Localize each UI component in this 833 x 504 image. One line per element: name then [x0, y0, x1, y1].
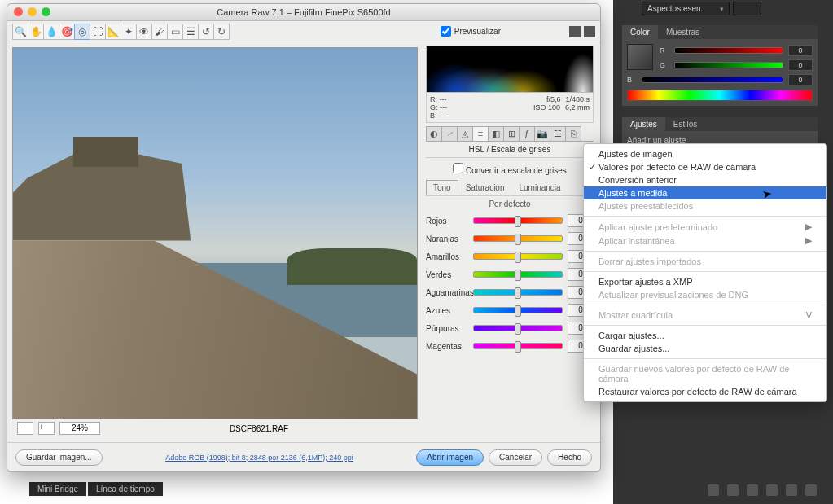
rotate-cw-icon[interactable]: ↻ — [213, 24, 230, 40]
tab-hsl-icon[interactable]: ≡ — [472, 126, 489, 141]
menu-cargar-ajustes[interactable]: Cargar ajustes... — [584, 329, 826, 342]
red-eye-tool-icon[interactable]: 👁 — [136, 24, 152, 40]
subtab-luminancia[interactable]: Luminancia — [512, 180, 568, 195]
slider-thumb[interactable] — [515, 287, 521, 299]
tab-curve-icon[interactable]: ⟋ — [441, 126, 458, 141]
tab-linea-tiempo[interactable]: Línea de tiempo — [88, 482, 163, 496]
slider-row-rojos: Rojos0 — [426, 212, 594, 230]
tab-camera-icon[interactable]: 📷 — [534, 126, 550, 141]
workspace-selector[interactable]: Aspectos esen. — [642, 2, 730, 15]
slider-thumb[interactable] — [515, 234, 521, 245]
tab-muestras[interactable]: Muestras — [658, 25, 708, 39]
tab-fx-icon[interactable]: ƒ — [519, 126, 535, 141]
footer-icon-6[interactable] — [805, 484, 817, 496]
slider-thumb[interactable] — [515, 341, 521, 353]
footer-icon-1[interactable] — [708, 484, 719, 496]
slider-label: Aguamarinas — [426, 288, 473, 297]
tab-split-icon[interactable]: ◧ — [488, 126, 504, 141]
crop-tool-icon[interactable]: ⛶ — [90, 24, 106, 40]
histogram[interactable] — [426, 46, 594, 93]
minimize-icon[interactable] — [28, 7, 37, 16]
g-value[interactable]: 0 — [788, 59, 813, 71]
slider-thumb[interactable] — [515, 270, 521, 281]
r-slider[interactable] — [674, 47, 783, 54]
slider-thumb[interactable] — [515, 252, 521, 263]
rotate-ccw-icon[interactable]: ↺ — [198, 24, 214, 40]
slider-track[interactable] — [473, 253, 563, 260]
b-slider[interactable] — [642, 77, 783, 83]
tab-ajustes[interactable]: Ajustes — [622, 117, 665, 131]
footer-icon-5[interactable] — [786, 484, 797, 496]
zoom-in-button[interactable]: + — [38, 422, 55, 435]
menu-restaurar-defecto[interactable]: Restaurar valores por defecto de RAW de … — [584, 385, 826, 398]
tab-lens-icon[interactable]: ⊞ — [503, 126, 520, 141]
window-title: Camera Raw 7.1 – Fujifilm FinePix S6500f… — [7, 4, 600, 21]
zoom-tool-icon[interactable]: 🔍 — [12, 24, 28, 40]
highlight-clip-icon[interactable] — [584, 26, 595, 37]
zoom-level-select[interactable]: 24% — [59, 422, 100, 435]
panel-footer-icons — [708, 484, 817, 496]
zoom-icon[interactable] — [42, 7, 50, 16]
menu-ajustes-medida[interactable]: Ajustes a medida — [584, 186, 826, 199]
footer-icon-3[interactable] — [747, 484, 758, 496]
g-slider[interactable] — [674, 62, 783, 68]
tab-basic-icon[interactable]: ◐ — [426, 126, 442, 141]
hand-tool-icon[interactable]: ✋ — [28, 24, 44, 40]
reset-default-link[interactable]: Por defecto — [426, 196, 594, 212]
menu-guardar-ajustes[interactable]: Guardar ajustes... — [584, 342, 826, 355]
menu-ajustes-imagen[interactable]: Ajustes de imagen — [584, 147, 826, 160]
adjustment-brush-tool-icon[interactable]: 🖌 — [151, 24, 168, 40]
straighten-tool-icon[interactable]: 📐 — [105, 24, 121, 40]
tab-color[interactable]: Color — [622, 25, 658, 39]
slider-thumb[interactable] — [515, 216, 521, 227]
tab-estilos[interactable]: Estilos — [665, 117, 705, 131]
convert-grayscale-checkbox[interactable]: Convertir a escala de grises — [453, 163, 567, 175]
slider-track[interactable] — [473, 289, 563, 296]
subtab-tono[interactable]: Tono — [426, 180, 458, 195]
preview-checkbox[interactable]: Previsualizar — [441, 26, 501, 37]
white-balance-tool-icon[interactable]: 💧 — [43, 24, 59, 40]
graduated-filter-tool-icon[interactable]: ▭ — [167, 24, 183, 40]
preferences-icon[interactable]: ☰ — [182, 24, 199, 40]
slider-track[interactable] — [473, 271, 563, 278]
workspace-options-button[interactable] — [733, 2, 761, 15]
slider-row-azules: Azules0 — [426, 301, 594, 319]
save-image-button[interactable]: Guardar imagen... — [15, 449, 103, 466]
hue-strip[interactable] — [627, 90, 813, 101]
footer-icon-4[interactable] — [766, 484, 778, 496]
menu-borrar-importados: Borrar ajustes importados — [584, 255, 826, 268]
tab-presets-icon[interactable]: ☱ — [550, 126, 566, 141]
tab-detail-icon[interactable]: ◬ — [457, 126, 473, 141]
open-image-button[interactable]: Abrir imagen — [416, 449, 484, 466]
done-button[interactable]: Hecho — [547, 449, 592, 466]
zoom-out-button[interactable]: − — [17, 422, 33, 435]
color-sampler-tool-icon[interactable]: 🎯 — [59, 24, 75, 40]
slider-track[interactable] — [473, 235, 563, 242]
tab-mini-bridge[interactable]: Mini Bridge — [29, 482, 86, 496]
close-icon[interactable] — [14, 7, 23, 16]
menu-conversion-anterior[interactable]: Conversión anterior — [584, 173, 826, 186]
slider-thumb[interactable] — [515, 305, 521, 317]
b-value[interactable]: 0 — [788, 74, 813, 85]
image-preview[interactable] — [12, 47, 418, 419]
spot-removal-tool-icon[interactable]: ✦ — [121, 24, 137, 40]
foreground-background-swatch[interactable] — [627, 44, 653, 70]
cancel-button[interactable]: Cancelar — [489, 449, 542, 466]
target-adjustment-tool-icon[interactable]: ◎ — [74, 24, 90, 40]
slider-label: Rojos — [426, 217, 473, 226]
slider-track[interactable] — [473, 307, 563, 313]
slider-track[interactable] — [473, 325, 563, 331]
subtab-saturacion[interactable]: Saturación — [458, 180, 512, 195]
r-value[interactable]: 0 — [788, 45, 813, 56]
workflow-options-link[interactable]: Adobe RGB (1998); bit 8; 2848 por 2136 (… — [107, 454, 412, 462]
menu-valores-defecto[interactable]: ✓Valores por defecto de RAW de cámara — [584, 160, 826, 173]
shadow-clip-icon[interactable] — [569, 26, 581, 37]
menu-exportar-xmp[interactable]: Exportar ajustes a XMP — [584, 275, 826, 288]
slider-track[interactable] — [473, 343, 563, 349]
slider-thumb[interactable] — [515, 323, 521, 335]
footer-icon-2[interactable] — [727, 484, 739, 496]
tab-snapshots-icon[interactable]: ⎘ — [565, 126, 581, 141]
toolbar: 🔍 ✋ 💧 🎯 ◎ ⛶ 📐 ✦ 👁 🖌 ▭ ☰ ↺ ↻ Previsualiza… — [7, 21, 600, 42]
slider-track[interactable] — [473, 217, 563, 224]
slider-label: Amarillos — [426, 252, 473, 261]
